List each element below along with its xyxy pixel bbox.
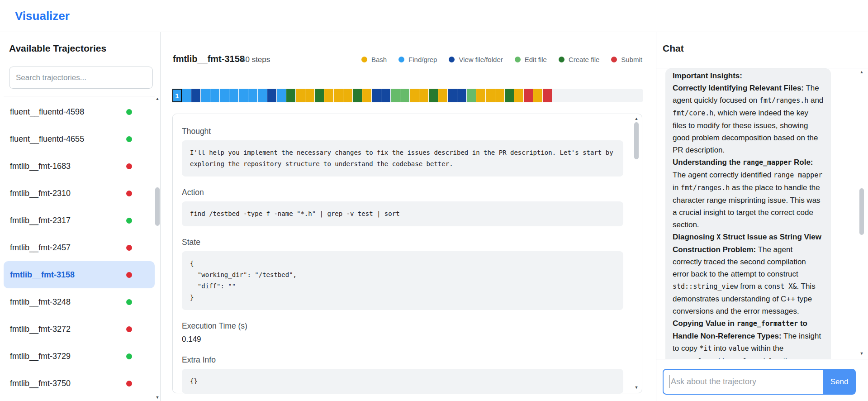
scroll-down-icon[interactable]: ▼	[633, 385, 640, 390]
timeline-step-9-findgrep[interactable]	[248, 89, 258, 102]
legend-item-submit: Submit	[611, 56, 642, 63]
trajectory-list-item[interactable]: fmtlib__fmt-2317	[4, 207, 155, 234]
timeline-step-10-findgrep[interactable]	[258, 89, 267, 102]
timeline-step-39-bash[interactable]	[533, 89, 543, 102]
step-detail-card: Thought I'll help you implement the nece…	[172, 114, 642, 393]
timeline-step-34-bash[interactable]	[486, 89, 495, 102]
chat-input[interactable]	[663, 369, 823, 395]
timeline-step-18-bash[interactable]	[334, 89, 343, 102]
legend-label: Submit	[621, 56, 642, 63]
trajectory-label: fmtlib__fmt-3750	[10, 379, 71, 388]
scroll-up-icon[interactable]: ▲	[633, 116, 640, 121]
timeline-step-13-createfile[interactable]	[286, 89, 296, 102]
bash-legend-dot-icon	[361, 57, 367, 62]
trajectory-list-item[interactable]: fmtlib__fmt-3158	[4, 261, 155, 288]
scroll-down-icon[interactable]: ▼	[859, 351, 865, 356]
sidebar-heading: Available Trajectories	[9, 43, 106, 54]
thought-heading: Thought	[182, 127, 623, 136]
timeline-step-8-findgrep[interactable]	[239, 89, 248, 102]
chat-message-bubble: Important Insights:Correctly Identifying…	[665, 68, 831, 359]
timeline-step-37-bash[interactable]	[514, 89, 524, 102]
trajectory-list-item[interactable]: fmtlib__fmt-1683	[4, 153, 155, 180]
timeline-step-26-bash[interactable]	[410, 89, 419, 102]
step-timeline[interactable]: 1	[172, 89, 643, 102]
trajectory-list-item[interactable]: fmtlib__fmt-2310	[4, 180, 155, 207]
timeline-step-38-submit[interactable]	[524, 89, 533, 102]
timeline-step-14-bash[interactable]	[296, 89, 305, 102]
status-dot	[126, 326, 132, 332]
timeline-step-6-findgrep[interactable]	[220, 89, 229, 102]
chat-scrollbar-thumb[interactable]	[859, 188, 864, 235]
status-dot	[126, 299, 132, 305]
legend-item-findgrep: Find/grep	[398, 56, 437, 63]
legend-item-createfile: Create file	[559, 56, 599, 63]
scroll-up-icon[interactable]: ▲	[154, 96, 161, 101]
timeline-step-31-viewfile[interactable]	[457, 89, 467, 102]
timeline-step-30-viewfile[interactable]	[448, 89, 457, 102]
timeline-step-2-findgrep[interactable]	[182, 89, 191, 102]
timeline-step-20-createfile[interactable]	[353, 89, 362, 102]
timeline-step-5-findgrep[interactable]	[210, 89, 220, 102]
sidebar-scrollbar[interactable]: ▲ ▼	[154, 96, 161, 401]
sidebar-scrollbar-thumb[interactable]	[155, 187, 160, 226]
trajectory-list-item[interactable]: fmtlib__fmt-2457	[4, 234, 155, 261]
card-scrollbar-thumb[interactable]	[634, 122, 639, 159]
timeline-step-35-bash[interactable]	[495, 89, 505, 102]
timeline-step-22-viewfile[interactable]	[372, 89, 381, 102]
scroll-down-icon[interactable]: ▼	[154, 395, 161, 400]
search-input[interactable]	[9, 67, 153, 89]
extra-info-text: {}	[182, 369, 623, 394]
timeline-step-33-bash[interactable]	[476, 89, 486, 102]
status-dot	[126, 136, 132, 142]
chat-message-line: Correctly Identifying Relevant Files: Th…	[673, 82, 824, 156]
viewfile-legend-dot-icon	[449, 57, 455, 62]
timeline-step-11-viewfile[interactable]	[267, 89, 277, 102]
editfile-legend-dot-icon	[515, 57, 521, 62]
chat-message-line: Important Insights:	[673, 70, 824, 82]
trajectory-list-item[interactable]: fluent__fluentd-4655	[4, 125, 155, 153]
timeline-step-24-editfile[interactable]	[391, 89, 400, 102]
status-dot	[126, 191, 132, 196]
trajectory-list-item[interactable]: fmtlib__fmt-3248	[4, 288, 155, 315]
timeline-step-15-bash[interactable]	[305, 89, 315, 102]
trajectory-list-item[interactable]: fmtlib__fmt-3729	[4, 343, 155, 370]
legend-label: Create file	[569, 56, 599, 63]
legend-item-viewfile: View file/folder	[449, 56, 503, 63]
status-dot	[126, 245, 132, 251]
timeline-step-27-bash[interactable]	[419, 89, 429, 102]
trajectory-label: fmtlib__fmt-3272	[10, 325, 71, 334]
trajectory-list-item[interactable]: fmtlib__fmt-3272	[4, 315, 155, 343]
trajectory-list-item[interactable]: fmtlib__fmt-3750	[4, 370, 155, 397]
scroll-up-icon[interactable]: ▲	[859, 69, 865, 75]
timeline-step-21-bash[interactable]	[362, 89, 372, 102]
timeline-step-4-findgrep[interactable]	[201, 89, 210, 102]
timeline-step-32-editfile[interactable]	[467, 89, 476, 102]
trajectory-list-item[interactable]: fluent__fluentd-4598	[4, 98, 155, 125]
thought-text: I'll help you implement the necessary ch…	[182, 140, 623, 177]
send-button[interactable]: Send	[823, 369, 856, 395]
steps-count: 40 steps	[241, 55, 270, 64]
timeline-step-1-findgrep[interactable]: 1	[172, 89, 182, 102]
state-heading: State	[182, 238, 623, 247]
timeline-step-40-submit[interactable]	[543, 89, 552, 102]
status-dot	[126, 109, 132, 115]
timeline-step-29-bash[interactable]	[438, 89, 448, 102]
timeline-step-25-editfile[interactable]	[400, 89, 410, 102]
timeline-step-28-createfile[interactable]	[429, 89, 438, 102]
chat-message-line: Copying Value in range_formatter to Hand…	[673, 317, 824, 359]
card-scrollbar[interactable]: ▲ ▼	[633, 116, 640, 391]
timeline-step-19-bash[interactable]	[343, 89, 353, 102]
trajectory-label: fmtlib__fmt-3729	[10, 352, 71, 361]
timeline-step-3-viewfile[interactable]	[191, 89, 201, 102]
timeline-step-16-createfile[interactable]	[315, 89, 324, 102]
timeline-step-7-findgrep[interactable]	[229, 89, 239, 102]
status-dot	[126, 381, 132, 387]
chat-scrollbar[interactable]: ▲ ▼	[859, 69, 865, 357]
timeline-step-17-bash[interactable]	[324, 89, 334, 102]
timeline-step-12-findgrep[interactable]	[277, 89, 286, 102]
action-heading: Action	[182, 188, 623, 197]
timeline-step-23-viewfile[interactable]	[381, 89, 391, 102]
timeline-step-36-createfile[interactable]	[505, 89, 514, 102]
app-title[interactable]: Visualizer	[15, 9, 70, 23]
status-dot	[126, 218, 132, 224]
